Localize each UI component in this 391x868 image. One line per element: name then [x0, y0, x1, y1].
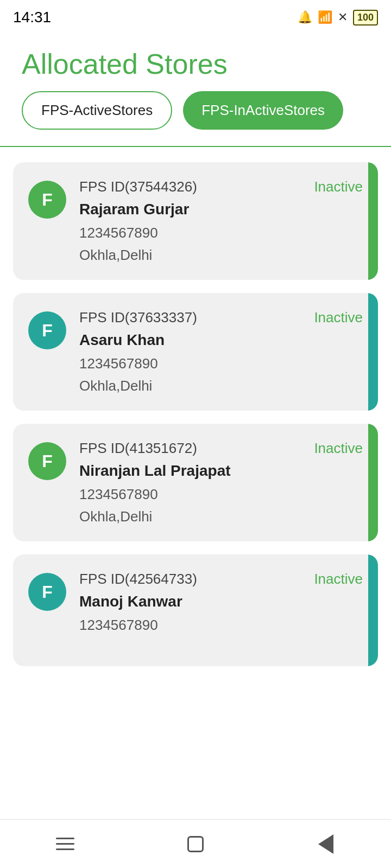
fps-id: FPS ID(42564733): [79, 571, 197, 588]
avatar: F: [28, 442, 66, 480]
card-side-bar: [368, 293, 378, 411]
card-side-bar: [368, 554, 378, 666]
hamburger-icon: [56, 838, 74, 850]
store-name: Rajaram Gurjar: [79, 201, 363, 218]
store-phone: 1234567890: [79, 225, 363, 241]
fps-id: FPS ID(37544326): [79, 178, 197, 195]
battery-icon: 100: [353, 10, 378, 25]
store-name: Manoj Kanwar: [79, 593, 363, 610]
card-content: FPS ID(37633337) Inactive Asaru Khan 123…: [79, 309, 363, 394]
status-badge: Inactive: [314, 571, 363, 588]
store-card[interactable]: F FPS ID(42564733) Inactive Manoj Kanwar…: [13, 554, 378, 666]
store-card[interactable]: F FPS ID(41351672) Inactive Niranjan Lal…: [13, 424, 378, 541]
page-title: Allocated Stores: [0, 33, 391, 91]
menu-button[interactable]: [46, 825, 84, 863]
back-icon: [318, 834, 333, 854]
card-content: FPS ID(42564733) Inactive Manoj Kanwar 1…: [79, 571, 363, 639]
card-side-bar: [368, 424, 378, 541]
store-phone: 1234567890: [79, 486, 363, 503]
notification-icon: 🔔: [298, 10, 312, 24]
tab-fps-inactive[interactable]: FPS-InActiveStores: [183, 91, 343, 130]
bottom-nav: [0, 819, 391, 868]
card-header: FPS ID(37633337) Inactive: [79, 309, 363, 326]
stores-list: F FPS ID(37544326) Inactive Rajaram Gurj…: [0, 147, 391, 681]
signal-icon: ✕: [338, 10, 348, 24]
home-icon: [187, 836, 204, 852]
store-card[interactable]: F FPS ID(37544326) Inactive Rajaram Gurj…: [13, 162, 378, 280]
card-header: FPS ID(37544326) Inactive: [79, 178, 363, 195]
store-name: Niranjan Lal Prajapat: [79, 462, 363, 480]
tab-bar: FPS-ActiveStores FPS-InActiveStores: [0, 91, 391, 130]
store-card[interactable]: F FPS ID(37633337) Inactive Asaru Khan 1…: [13, 293, 378, 411]
fps-id: FPS ID(37633337): [79, 309, 197, 326]
fps-id: FPS ID(41351672): [79, 440, 197, 457]
home-button[interactable]: [176, 825, 215, 863]
wifi-icon: 📶: [318, 10, 332, 24]
status-badge: Inactive: [314, 309, 363, 326]
card-content: FPS ID(37544326) Inactive Rajaram Gurjar…: [79, 178, 363, 264]
tab-fps-active[interactable]: FPS-ActiveStores: [22, 91, 172, 130]
avatar: F: [28, 181, 66, 219]
status-bar: 14:31 🔔 📶 ✕ 100: [0, 0, 391, 33]
avatar: F: [28, 573, 66, 611]
avatar: F: [28, 311, 66, 349]
store-phone: 1234567890: [79, 355, 363, 372]
status-badge: Inactive: [314, 178, 363, 195]
store-address: Okhla,Delhi: [79, 508, 363, 525]
back-button[interactable]: [307, 825, 345, 863]
status-badge: Inactive: [314, 440, 363, 457]
store-address: Okhla,Delhi: [79, 247, 363, 264]
status-time: 14:31: [13, 9, 51, 26]
status-icons: 🔔 📶 ✕ 100: [298, 10, 378, 25]
store-phone: 1234567890: [79, 617, 363, 634]
card-header: FPS ID(42564733) Inactive: [79, 571, 363, 588]
card-header: FPS ID(41351672) Inactive: [79, 440, 363, 457]
card-content: FPS ID(41351672) Inactive Niranjan Lal P…: [79, 440, 363, 525]
card-side-bar: [368, 162, 378, 280]
store-address: Okhla,Delhi: [79, 378, 363, 394]
store-name: Asaru Khan: [79, 331, 363, 349]
